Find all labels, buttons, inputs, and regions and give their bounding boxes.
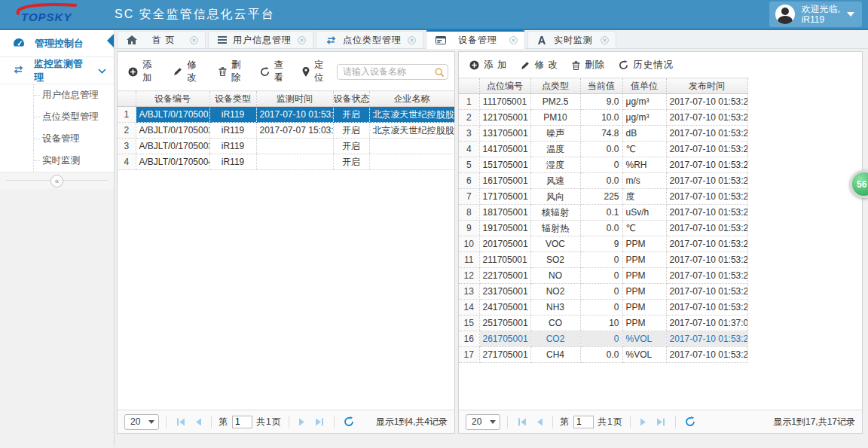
table-cell[interactable]: 0 [580, 300, 622, 315]
table-cell[interactable]: 2017-07-10 01:53:21 [666, 173, 747, 189]
table-cell[interactable]: VOC [530, 236, 580, 252]
first-page-button[interactable] [173, 418, 188, 426]
sidebar-item-point-type[interactable]: 点位类型管理 [33, 106, 114, 128]
table-row[interactable]: 7171705001风向225度2017-07-10 01:53:21 [459, 189, 747, 205]
table-cell[interactable]: 121705001 [479, 110, 530, 126]
delete-button[interactable]: 删除 [212, 56, 252, 87]
prev-page-button[interactable] [533, 418, 546, 426]
page-number-input[interactable] [232, 416, 252, 428]
last-page-button[interactable] [653, 418, 668, 426]
tab-realtime[interactable]: 实时监测 [527, 31, 616, 48]
table-cell[interactable]: 2017-07-10 01:53:21 [666, 347, 747, 363]
table-row[interactable]: 17271705001CH40.0%VOL2017-07-10 01:53:21 [459, 347, 747, 363]
table-cell[interactable]: 北京凌天世纪控股股份有限公司 [369, 123, 454, 139]
table-row[interactable]: 10201705001VOC9PPM2017-07-10 01:53:22 [459, 236, 747, 252]
locate-button[interactable]: 定位 [296, 56, 335, 87]
table-cell[interactable] [256, 139, 333, 154]
table-cell[interactable]: 0 [580, 252, 622, 268]
close-icon[interactable] [509, 36, 518, 44]
table-cell[interactable]: 271705001 [479, 347, 530, 363]
table-cell[interactable]: dB [622, 126, 666, 142]
table-row[interactable]: 1A/BJLT/0/1705001iR1192017-07-10 01:53:2… [118, 107, 454, 123]
history-button[interactable]: 历史情况 [613, 56, 680, 74]
table-cell[interactable]: A/BJLT/0/1705001 [136, 107, 209, 123]
table-row[interactable]: 4141705001温度0.0℃2017-07-10 01:53:22 [459, 142, 747, 157]
table-row[interactable]: 9191705001辐射热0.0℃2017-07-10 01:53:21 [459, 221, 747, 236]
table-cell[interactable]: iR119 [209, 123, 256, 139]
search-input[interactable] [337, 64, 448, 80]
table-cell[interactable]: 191705001 [479, 221, 530, 236]
table-cell[interactable]: μg/m³ [622, 110, 666, 126]
table-cell[interactable]: PPM [622, 268, 666, 284]
column-header[interactable]: 设备状态 [333, 91, 369, 107]
table-cell[interactable]: %RH [622, 157, 666, 173]
table-cell[interactable]: 261705001 [479, 331, 530, 347]
table-cell[interactable]: 231705001 [479, 284, 530, 300]
last-page-button[interactable] [312, 418, 327, 426]
table-cell[interactable]: 2017-07-10 01:53:21 [666, 268, 747, 284]
close-icon[interactable] [408, 36, 416, 44]
table-cell[interactable]: iR119 [209, 154, 256, 170]
close-icon[interactable] [601, 36, 609, 44]
table-cell[interactable]: m/s [622, 173, 666, 189]
table-cell[interactable]: 2017-07-10 01:53:22 [666, 157, 747, 173]
table-row[interactable]: 1111705001PM2.59.0μg/m³2017-07-10 01:53:… [459, 94, 747, 110]
table-cell[interactable]: 核辐射 [530, 205, 580, 221]
table-cell[interactable] [369, 139, 454, 154]
table-cell[interactable]: CO [530, 315, 580, 331]
table-cell[interactable]: 2017-07-10 01:53:22 [666, 236, 747, 252]
page-size-select[interactable]: 20 [466, 414, 500, 430]
table-cell[interactable]: 10.0 [580, 110, 622, 126]
table-row[interactable]: 13231705001NO20PPM2017-07-10 01:53:22 [459, 284, 747, 300]
table-cell[interactable]: A/BJLT/0/1705003 [136, 139, 209, 154]
table-cell[interactable]: 2017-07-10 01:53:22 [666, 252, 747, 268]
table-cell[interactable]: NH3 [530, 300, 580, 315]
table-cell[interactable]: %VOL [622, 347, 666, 363]
table-cell[interactable]: 2017-07-10 01:53:21 [666, 300, 747, 315]
table-cell[interactable]: 2017-07-10 01:53:22 [256, 107, 333, 123]
table-cell[interactable]: PPM [622, 284, 666, 300]
table-cell[interactable]: 风向 [530, 189, 580, 205]
table-cell[interactable]: 10 [580, 315, 622, 331]
table-cell[interactable]: 2017-07-10 01:53:22 [666, 284, 747, 300]
table-cell[interactable]: 0.0 [580, 221, 622, 236]
table-cell[interactable]: 2017-07-10 01:37:01 [666, 315, 747, 331]
table-cell[interactable]: 开启 [333, 154, 369, 170]
table-cell[interactable] [256, 154, 333, 170]
table-cell[interactable]: 161705001 [479, 173, 530, 189]
refresh-icon[interactable] [341, 416, 356, 427]
column-header[interactable]: 发布时间 [666, 78, 747, 94]
column-header[interactable]: 企业名称 [369, 91, 454, 107]
table-row[interactable]: 3A/BJLT/0/1705003iR119开启 [118, 139, 454, 154]
table-cell[interactable]: 2017-07-10 01:53:21 [666, 205, 747, 221]
table-cell[interactable]: 221705001 [479, 268, 530, 284]
table-cell[interactable]: 0 [580, 284, 622, 300]
table-row[interactable]: 15251705001CO10PPM2017-07-10 01:37:01 [459, 315, 747, 331]
table-row[interactable]: 3131705001噪声74.8dB2017-07-10 01:53:22 [459, 126, 747, 142]
edit-button[interactable]: 修 改 [515, 56, 564, 74]
table-cell[interactable]: 9 [580, 236, 622, 252]
sidebar-item-monitor-mgmt[interactable]: 监控监测管理 [0, 57, 114, 84]
tab-user-info[interactable]: 用户信息管理 [208, 31, 313, 48]
table-row[interactable]: 8181705001核辐射0.1uSv/h2017-07-10 01:53:21 [459, 205, 747, 221]
column-header[interactable]: 点类型 [530, 78, 580, 94]
table-cell[interactable]: A/BJLT/0/1705004 [136, 154, 209, 170]
delete-button[interactable]: 删除 [566, 56, 611, 74]
table-cell[interactable]: ℃ [622, 142, 666, 157]
sidebar-collapse-button[interactable]: « [0, 172, 114, 189]
column-header[interactable]: 监测时间 [256, 91, 333, 107]
table-cell[interactable]: PPM [622, 300, 666, 315]
column-header[interactable]: 设备编号 [136, 91, 209, 107]
column-header[interactable]: 值单位 [622, 78, 666, 94]
table-row[interactable]: 14241705001NH30PPM2017-07-10 01:53:21 [459, 300, 747, 315]
table-row[interactable]: 12221705001NO0PPM2017-07-10 01:53:21 [459, 268, 747, 284]
prev-page-button[interactable] [192, 418, 204, 426]
add-button[interactable]: 添 加 [122, 56, 166, 87]
table-row[interactable]: 2121705001PM1010.0μg/m³2017-07-10 01:53:… [459, 110, 747, 126]
table-cell[interactable]: 噪声 [530, 126, 580, 142]
table-cell[interactable]: 0.0 [580, 347, 622, 363]
table-cell[interactable]: 2017-07-10 01:53:21 [666, 221, 747, 236]
sidebar-item-realtime[interactable]: 实时监测 [33, 150, 114, 172]
table-cell[interactable]: 湿度 [530, 157, 580, 173]
table-cell[interactable]: 0.0 [580, 142, 622, 157]
